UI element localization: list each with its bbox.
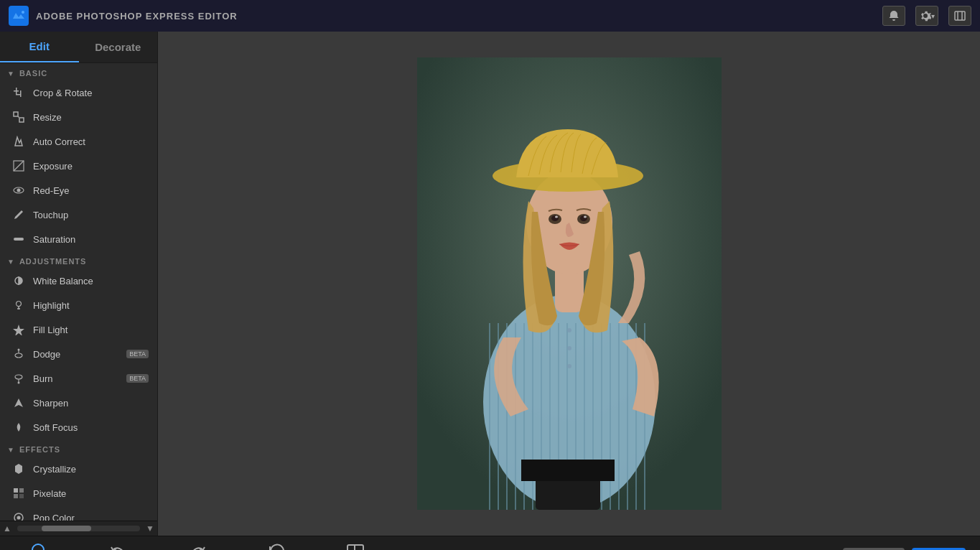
svg-rect-40 [489,323,490,510]
exposure-icon [11,159,26,173]
tool-zoom[interactable]: Zoom [0,536,79,551]
app-logo [9,6,29,26]
canvas-area [158,32,980,536]
scroll-up-button[interactable]: ▲ [0,521,14,536]
tool-reset[interactable]: Reset [237,536,316,551]
svg-point-70 [567,328,571,332]
sharpen-icon [11,396,26,410]
svg-marker-28 [15,464,22,474]
soft-focus-icon [11,420,26,434]
titlebar: ADOBE PHOTOSHOP EXPRESS EDITOR ▾ [0,0,980,32]
burn-icon [11,371,26,386]
notification-button[interactable] [882,6,905,26]
photo [417,57,722,510]
photo-container [417,57,722,510]
svg-point-26 [18,382,20,384]
svg-rect-14 [14,238,24,241]
menu-item-white-balance[interactable]: White Balance [0,269,157,293]
menu-item-sharpen[interactable]: Sharpen [0,391,157,415]
sharpen-label: Sharpen [33,398,149,409]
section-basic[interactable]: ▼ BASIC [0,63,157,80]
crystallize-label: Crystallize [33,464,149,475]
svg-point-23 [18,349,20,351]
svg-rect-44 [523,323,525,510]
basic-arrow: ▼ [7,70,15,78]
menu-item-fill-light[interactable]: Fill Light [0,317,157,342]
resize-icon [11,110,26,124]
tab-decorate[interactable]: Decorate [79,32,158,62]
menu-item-red-eye[interactable]: Red-Eye [0,178,157,202]
menu-item-saturation[interactable]: Saturation [0,227,157,251]
view-original-icon [346,542,365,550]
burn-label: Burn [33,373,119,384]
scroll-down-button[interactable]: ▼ [143,521,157,536]
svg-point-71 [567,346,571,350]
fullscreen-button[interactable] [948,6,971,26]
svg-marker-20 [13,325,24,335]
tool-undo[interactable]: Undo [79,536,158,551]
svg-point-72 [567,364,571,368]
svg-rect-1 [955,11,965,20]
menu-item-dodge[interactable]: Dodge BETA [0,342,157,366]
scroll-thumb[interactable] [42,526,90,531]
exposure-label: Exposure [33,161,149,172]
sidebar-scroll[interactable]: ▼ BASIC Crop & Rotate [0,63,157,521]
reset-icon [267,542,286,550]
dodge-beta: BETA [126,350,149,358]
tab-edit[interactable]: Edit [0,32,79,62]
menu-item-exposure[interactable]: Exposure [0,154,157,178]
svg-rect-31 [14,494,18,498]
effects-label: EFFECTS [19,445,60,454]
menu-item-resize[interactable]: Resize [0,105,157,129]
svg-point-34 [17,516,21,520]
tool-redo[interactable]: Redo [158,536,237,551]
menu-item-pop-color[interactable]: Pop Color [0,505,157,521]
sidebar: Edit Decorate ▼ BASIC [0,32,158,536]
white-balance-icon [11,274,26,288]
menu-item-crop-rotate[interactable]: Crop & Rotate [0,80,157,105]
burn-beta: BETA [126,374,149,383]
svg-point-13 [17,189,21,192]
svg-rect-43 [515,323,516,510]
settings-button[interactable]: ▾ [915,6,938,26]
white-balance-label: White Balance [33,276,149,286]
menu-item-highlight[interactable]: Highlight [0,293,157,317]
crop-rotate-label: Crop & Rotate [33,88,149,98]
svg-rect-53 [601,323,602,510]
menu-item-burn[interactable]: Burn BETA [0,366,157,391]
saturation-icon [11,232,26,246]
svg-point-21 [15,353,22,358]
auto-correct-label: Auto Correct [33,136,149,147]
svg-point-73 [32,544,44,550]
zoom-icon [30,542,49,550]
bottom-bar: Zoom Undo Redo Reset [0,536,980,550]
soft-focus-label: Soft Focus [33,422,149,433]
pixelate-icon [11,486,26,500]
section-effects[interactable]: ▼ EFFECTS [0,439,157,457]
sidebar-tabs: Edit Decorate [0,32,157,63]
menu-item-touchup[interactable]: Touchup [0,202,157,227]
adjustments-label: ADJUSTMENTS [19,257,87,266]
saturation-label: Saturation [33,234,149,245]
auto-correct-icon [11,134,26,149]
svg-rect-55 [618,323,620,510]
svg-rect-7 [14,90,19,92]
highlight-label: Highlight [33,300,149,311]
pop-color-label: Pop Color [33,513,149,521]
dodge-icon [11,347,26,361]
basic-label: BASIC [19,69,47,78]
red-eye-icon [11,183,26,197]
svg-rect-69 [521,460,615,481]
menu-item-soft-focus[interactable]: Soft Focus [0,415,157,439]
svg-rect-5 [16,94,21,95]
tool-view-original[interactable]: View Original [316,536,395,551]
touchup-label: Touchup [33,210,149,220]
menu-item-pixelate[interactable]: Pixelate [0,481,157,505]
menu-item-auto-correct[interactable]: Auto Correct [0,129,157,154]
fill-light-icon [11,322,26,337]
svg-rect-8 [14,112,18,116]
section-adjustments[interactable]: ▼ ADJUSTMENTS [0,251,157,269]
menu-item-crystallize[interactable]: Crystallize [0,457,157,481]
highlight-icon [11,298,26,312]
svg-rect-6 [20,90,22,97]
